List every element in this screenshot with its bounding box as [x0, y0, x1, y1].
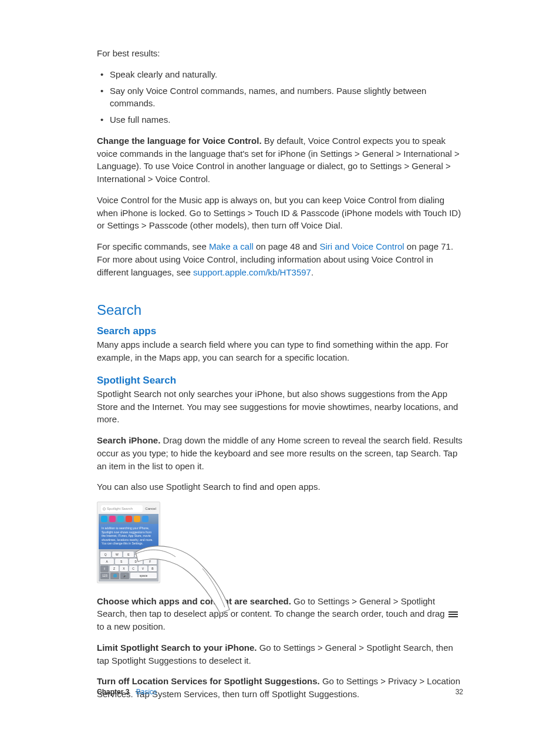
paragraph-change-language: Change the language for Voice Control. B… [97, 135, 463, 186]
keyboard-key[interactable]: E [123, 552, 134, 557]
paragraph-search-iphone: Search iPhone. Drag down the middle of a… [97, 434, 463, 472]
link-make-a-call[interactable]: Make a call [209, 241, 254, 251]
footer-page-number: 32 [456, 688, 463, 696]
paragraph-limit-spotlight: Limit Spotlight Search to your iPhone. G… [97, 641, 463, 667]
keyboard-key[interactable]: Z [110, 566, 118, 571]
drag-handle-icon [448, 611, 458, 617]
search-bar: Spotlight Search Cancel [99, 503, 158, 514]
phone-mock: Spotlight Search Cancel In addition to s… [97, 502, 160, 583]
body-text: . [311, 267, 313, 277]
cancel-button[interactable]: Cancel [145, 507, 156, 510]
body-text: on page 48 and [254, 241, 320, 251]
search-placeholder: Spotlight Search [107, 507, 133, 510]
keyboard-key[interactable]: V [139, 566, 147, 571]
footer-chapter-title: Basics [136, 688, 157, 696]
subsection-search-apps: Search apps [97, 325, 463, 337]
keyboard-key[interactable]: F [144, 559, 157, 564]
search-icon [103, 507, 106, 510]
keyboard-key[interactable]: B [149, 566, 157, 571]
figure-spotlight: Spotlight Search Cancel In addition to s… [97, 502, 226, 583]
keyboard-key[interactable]: T [146, 552, 157, 557]
keyboard-key[interactable]: R [135, 552, 146, 557]
paragraph-music: Voice Control for the Music app is alway… [97, 194, 463, 232]
app-icon [109, 516, 116, 522]
page-footer: Chapter 3 Basics 32 [97, 688, 463, 696]
subsection-spotlight: Spotlight Search [97, 375, 463, 386]
footer-chapter-label: Chapter 3 [97, 688, 129, 696]
page: For best results: Speak clearly and natu… [0, 0, 560, 743]
paragraph-choose-apps: Choose which apps and content are search… [97, 595, 463, 633]
keyboard-key-123[interactable]: 123 [100, 573, 109, 579]
keyboard-key-globe[interactable]: 🌐 [110, 573, 119, 579]
intro-line: For best results: [97, 47, 463, 60]
paragraph-links: For specific commands, see Make a call o… [97, 240, 463, 278]
list-item: Say only Voice Control commands, names, … [97, 85, 463, 110]
body-text: to a new position. [97, 621, 166, 631]
keyboard-key[interactable]: X [120, 566, 128, 571]
keyboard-key-shift[interactable]: ⇧ [100, 566, 109, 571]
app-icon-row [99, 514, 158, 524]
paragraph-search-apps: Many apps include a search field where y… [97, 338, 463, 364]
bold-lead: Limit Spotlight Search to your iPhone. [97, 643, 257, 653]
list-item: Speak clearly and naturally. [97, 68, 463, 81]
app-icon [117, 516, 124, 522]
bold-lead: Change the language for Voice Control. [97, 136, 262, 146]
keyboard-key[interactable]: C [129, 566, 137, 571]
keyboard-key-mic[interactable]: 🎤 [120, 573, 129, 579]
section-heading-search: Search [97, 302, 463, 318]
paragraph-spotlight-intro: Spotlight Search not only searches your … [97, 388, 463, 426]
search-input[interactable]: Spotlight Search [101, 505, 143, 512]
keyboard: Q W E R T A S D F ⇧ Z X C V [99, 549, 158, 581]
keyboard-key[interactable]: W [112, 552, 123, 557]
link-siri-voice-control[interactable]: Siri and Voice Control [319, 241, 404, 251]
spotlight-description-text: In addition to searching your iPhone, Sp… [102, 526, 156, 546]
body-text: For specific commands, see [97, 241, 209, 251]
bold-lead: Search iPhone. [97, 435, 160, 445]
paragraph-also-open-apps: You can also use Spotlight Search to fin… [97, 480, 463, 493]
app-icon [134, 516, 140, 522]
bold-lead: Choose which apps and content are search… [97, 596, 291, 606]
tips-list: Speak clearly and naturally. Say only Vo… [97, 68, 463, 126]
app-icon [142, 516, 149, 522]
app-icon [101, 516, 107, 522]
keyboard-key[interactable]: A [100, 559, 114, 564]
link-support-url[interactable]: support.apple.com/kb/HT3597 [193, 267, 311, 277]
bold-lead: Turn off Location Services for Spotlight… [97, 676, 320, 686]
keyboard-key-space[interactable]: space [130, 573, 157, 579]
keyboard-key[interactable]: S [115, 559, 129, 564]
keyboard-key[interactable]: D [129, 559, 143, 564]
keyboard-key[interactable]: Q [100, 552, 111, 557]
app-icon [126, 516, 132, 522]
footer-left: Chapter 3 Basics [97, 688, 157, 696]
spotlight-description-panel: In addition to searching your iPhone, Sp… [99, 524, 158, 549]
list-item: Use full names. [97, 113, 463, 126]
